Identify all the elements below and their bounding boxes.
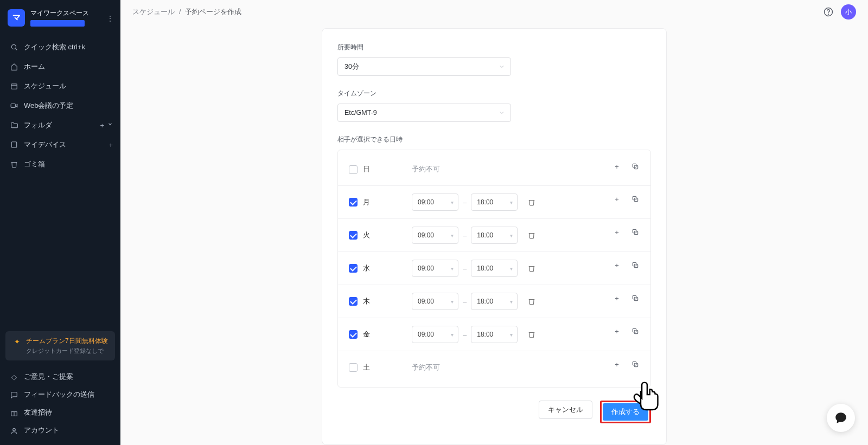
- end-time-select[interactable]: 18:00▾: [471, 260, 518, 277]
- day-row-mon: 月 09:00▾ – 18:00▾ +: [338, 186, 650, 219]
- calendar-icon: [10, 82, 18, 91]
- add-slot-icon[interactable]: +: [612, 360, 621, 369]
- range-dash: –: [463, 265, 467, 273]
- start-time-select[interactable]: 09:00▾: [412, 227, 458, 244]
- breadcrumb: スケジュール / 予約ページを作成: [132, 8, 241, 17]
- day-label: 金: [363, 330, 412, 339]
- delete-slot-icon[interactable]: [527, 297, 536, 306]
- end-time-select[interactable]: 18:00▾: [471, 194, 518, 211]
- day-checkbox[interactable]: [349, 330, 358, 339]
- availability-label: 相手が選択できる日時: [337, 135, 651, 144]
- delete-slot-icon[interactable]: [527, 231, 536, 240]
- day-label: 土: [363, 363, 412, 372]
- day-checkbox[interactable]: [349, 297, 358, 306]
- day-checkbox[interactable]: [349, 165, 358, 174]
- start-time-select[interactable]: 09:00▾: [412, 326, 458, 343]
- start-time-select[interactable]: 09:00▾: [412, 194, 458, 211]
- start-time-select[interactable]: 09:00▾: [412, 293, 458, 310]
- booking-form-card: 所要時間 30分 タイムゾーン Etc/GMT-9 相手が選択できる日時 日 予…: [322, 28, 667, 445]
- gift-icon: [10, 409, 18, 417]
- breadcrumb-current: 予約ページを作成: [185, 8, 241, 17]
- workspace-header[interactable]: マ マイワークスペース ⋮: [0, 5, 120, 34]
- end-time-select[interactable]: 18:00▾: [471, 227, 518, 244]
- chevron-down-icon: ▾: [451, 233, 454, 238]
- copy-icon[interactable]: [631, 261, 640, 269]
- day-checkbox[interactable]: [349, 198, 358, 207]
- workspace-menu-icon[interactable]: ⋮: [106, 14, 114, 23]
- sidebar-item-folders[interactable]: フォルダ +: [0, 115, 120, 135]
- breadcrumb-root[interactable]: スケジュール: [132, 8, 175, 17]
- chevron-down-icon: ▾: [510, 299, 513, 305]
- sidebar-item-label: 友達招待: [24, 408, 52, 417]
- chat-fab[interactable]: [827, 404, 855, 432]
- sidebar-item-suggestions[interactable]: ◇ ご意見・ご提案: [0, 368, 120, 386]
- day-label: 水: [363, 264, 412, 273]
- delete-slot-icon[interactable]: [527, 264, 536, 273]
- chevron-down-icon[interactable]: [107, 121, 113, 130]
- sidebar-item-label: ご意見・ご提案: [24, 372, 73, 382]
- duration-select[interactable]: 30分: [337, 57, 511, 76]
- avatar[interactable]: 小: [841, 4, 856, 20]
- plus-icon[interactable]: +: [108, 141, 113, 149]
- plus-icon[interactable]: +: [100, 121, 104, 130]
- svg-rect-4: [11, 104, 15, 108]
- copy-icon[interactable]: [631, 327, 640, 336]
- trash-icon: [10, 160, 18, 169]
- sidebar-item-meetings[interactable]: Web会議の予定: [0, 96, 120, 115]
- add-slot-icon[interactable]: +: [612, 261, 621, 269]
- range-dash: –: [463, 198, 467, 207]
- sidebar-item-schedule[interactable]: スケジュール: [0, 76, 120, 96]
- breadcrumb-separator: /: [179, 8, 181, 16]
- day-row-fri: 金 09:00▾ – 18:00▾ +: [338, 318, 650, 351]
- add-slot-icon[interactable]: +: [612, 228, 621, 236]
- sidebar-item-send-feedback[interactable]: フィードバックの送信: [0, 386, 120, 404]
- sidebar-item-home[interactable]: ホーム: [0, 57, 120, 76]
- day-checkbox[interactable]: [349, 363, 358, 372]
- sidebar-item-label: Web会議の予定: [24, 101, 74, 111]
- home-icon: [10, 62, 18, 71]
- day-row-tue: 火 09:00▾ – 18:00▾ +: [338, 219, 650, 252]
- end-time-select[interactable]: 18:00▾: [471, 293, 518, 310]
- timezone-select[interactable]: Etc/GMT-9: [337, 104, 511, 122]
- day-row-sat: 土 予約不可 +: [338, 351, 650, 384]
- sidebar-item-devices[interactable]: マイデバイス +: [0, 135, 120, 154]
- unavailable-text: 予約不可: [412, 363, 440, 372]
- folder-icon: [10, 121, 18, 130]
- copy-icon[interactable]: [631, 360, 640, 369]
- sidebar-item-search[interactable]: クイック検索 ctrl+k: [0, 37, 120, 57]
- day-checkbox[interactable]: [349, 231, 358, 240]
- sidebar-item-label: ホーム: [24, 62, 45, 72]
- sidebar-item-label: フィードバックの送信: [24, 390, 94, 399]
- sidebar-item-invite[interactable]: 友達招待: [0, 404, 120, 422]
- add-slot-icon[interactable]: +: [612, 294, 621, 302]
- delete-slot-icon[interactable]: [527, 330, 536, 339]
- day-checkbox[interactable]: [349, 264, 358, 273]
- availability-list: 日 予約不可 + 月 09:00▾ – 18:00▾: [337, 150, 651, 388]
- add-slot-icon[interactable]: +: [612, 195, 621, 203]
- chevron-down-icon: ▾: [510, 199, 513, 205]
- end-time-select[interactable]: 18:00▾: [471, 326, 518, 343]
- delete-slot-icon[interactable]: [527, 198, 536, 207]
- cancel-button[interactable]: キャンセル: [539, 401, 592, 419]
- copy-icon[interactable]: [631, 162, 640, 171]
- copy-icon[interactable]: [631, 195, 640, 203]
- range-dash: –: [463, 231, 467, 240]
- add-slot-icon[interactable]: +: [612, 327, 621, 336]
- sidebar-item-trash[interactable]: ゴミ箱: [0, 154, 120, 174]
- chevron-down-icon: ▾: [451, 299, 454, 305]
- create-button[interactable]: 作成する: [603, 403, 648, 421]
- svg-point-9: [13, 428, 16, 431]
- copy-icon[interactable]: [631, 228, 640, 236]
- sidebar-item-label: フォルダ: [24, 120, 52, 130]
- start-time-select[interactable]: 09:00▾: [412, 260, 458, 277]
- copy-icon[interactable]: [631, 294, 640, 302]
- svg-point-11: [828, 14, 829, 15]
- range-dash: –: [463, 298, 467, 306]
- chat-icon: [10, 391, 18, 399]
- bulb-icon: ◇: [10, 373, 18, 382]
- add-slot-icon[interactable]: +: [612, 162, 621, 171]
- sidebar-item-account[interactable]: アカウント: [0, 422, 120, 440]
- promo-banner[interactable]: ✦ チームプラン7日間無料体験 クレジットカード登録なしで: [5, 331, 115, 360]
- chevron-down-icon: ▾: [510, 233, 513, 238]
- help-icon[interactable]: [824, 7, 833, 17]
